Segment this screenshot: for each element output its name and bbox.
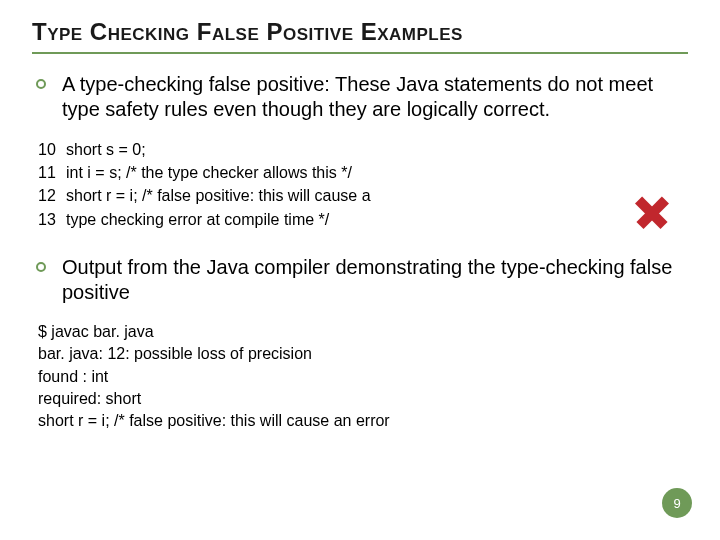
- line-number: 12: [38, 184, 66, 207]
- bullet-text: Output from the Java compiler demonstrat…: [62, 255, 684, 305]
- code-line: 12 short r = i; /* false positive: this …: [38, 184, 688, 207]
- bullet-text: A type-checking false positive: These Ja…: [62, 72, 684, 122]
- line-number: 10: [38, 138, 66, 161]
- line-number: 11: [38, 161, 66, 184]
- output-line: required: short: [38, 388, 688, 410]
- bullet-item: A type-checking false positive: These Ja…: [32, 72, 688, 122]
- page-number-badge: 9: [662, 488, 692, 518]
- code-line: 13 type checking error at compile time *…: [38, 208, 688, 231]
- code-line: 10 short s = 0;: [38, 138, 688, 161]
- code-text: int i = s; /* the type checker allows th…: [66, 161, 352, 184]
- code-text: short s = 0;: [66, 138, 146, 161]
- slide: Type Checking False Positive Examples A …: [0, 0, 720, 540]
- output-line: bar. java: 12: possible loss of precisio…: [38, 343, 688, 365]
- code-block: 10 short s = 0; 11 int i = s; /* the typ…: [38, 138, 688, 231]
- code-line: 11 int i = s; /* the type checker allows…: [38, 161, 688, 184]
- output-line: short r = i; /* false positive: this wil…: [38, 410, 688, 432]
- output-line: $ javac bar. java: [38, 321, 688, 343]
- bullet-icon: [36, 79, 46, 89]
- slide-title: Type Checking False Positive Examples: [32, 18, 688, 54]
- output-line: found : int: [38, 366, 688, 388]
- compiler-output: $ javac bar. java bar. java: 12: possibl…: [38, 321, 688, 433]
- line-number: 13: [38, 208, 66, 231]
- code-text: short r = i; /* false positive: this wil…: [66, 184, 371, 207]
- error-cross-icon: [630, 190, 674, 234]
- bullet-item: Output from the Java compiler demonstrat…: [32, 255, 688, 305]
- page-number: 9: [673, 496, 680, 511]
- bullet-icon: [36, 262, 46, 272]
- code-text: type checking error at compile time */: [66, 208, 329, 231]
